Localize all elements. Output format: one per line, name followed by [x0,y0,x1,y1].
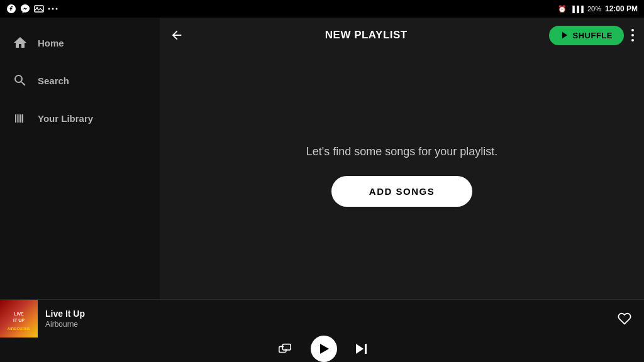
main-content: Let's find some songs for your playlist.… [160,53,644,299]
album-art-image: LIVE IT UP AIRBOURNE [0,300,38,337]
skip-next-button[interactable] [356,344,367,354]
empty-state-text: Let's find some songs for your playlist. [306,145,498,158]
time-display: 12:00 PM [605,4,638,13]
svg-text:IT UP: IT UP [13,318,25,322]
sidebar-search-label: Search [38,75,69,86]
add-songs-button[interactable]: ADD SONGS [331,176,472,207]
status-bar-left [6,4,58,14]
sidebar-item-search[interactable]: Search [0,62,160,99]
device-connect-button[interactable] [278,342,292,356]
heart-button[interactable] [611,312,638,326]
status-bar: ⏰ ▐▐▐ 20% 12:00 PM [0,0,644,18]
play-button[interactable] [311,336,337,362]
svg-text:LIVE: LIVE [14,312,24,316]
playlist-title: NEW PLAYLIST [325,29,408,41]
messenger-icon [20,4,30,14]
sidebar-item-library[interactable]: Your Library [0,99,160,137]
gallery-icon [34,4,44,14]
play-icon [320,344,329,354]
back-button[interactable] [170,28,184,42]
search-icon [13,73,28,88]
header-controls: SHUFFLE [549,26,634,45]
svg-marker-5 [562,32,567,39]
svg-point-7 [631,34,634,36]
sidebar-home-label: Home [38,38,64,48]
track-name: Live It Up [45,309,604,319]
shuffle-button[interactable]: SHUFFLE [549,26,624,45]
svg-point-6 [631,29,634,31]
home-icon [13,35,28,50]
now-playing-track: LIVE IT UP AIRBOURNE Live It Up Airbourn… [0,300,644,337]
svg-point-4 [56,8,58,10]
sidebar-item-home[interactable]: Home [0,24,160,62]
skip-next-icon [356,344,367,354]
more-options-button[interactable] [631,29,634,41]
track-info: Live It Up Airbourne [38,309,611,329]
sidebar-library-label: Your Library [38,113,93,124]
alarm-icon: ⏰ [558,5,567,13]
svg-point-8 [631,39,634,41]
album-art: LIVE IT UP AIRBOURNE [0,300,38,337]
svg-point-3 [52,8,54,10]
svg-text:AIRBOURNE: AIRBOURNE [8,327,30,331]
status-bar-right: ⏰ ▐▐▐ 20% 12:00 PM [558,4,638,13]
library-icon [13,111,28,126]
track-artist: Airbourne [45,320,604,329]
playback-controls [0,337,644,362]
now-playing-bar: LIVE IT UP AIRBOURNE Live It Up Airbourn… [0,299,644,362]
svg-point-2 [48,8,50,10]
svg-rect-15 [284,346,289,349]
header-bar: NEW PLAYLIST SHUFFLE [160,18,644,53]
shuffle-label: SHUFFLE [573,31,613,40]
signal-icon: ▐▐▐ [570,6,584,13]
sidebar: Home Search Your Library [0,18,160,299]
facebook-icon [6,4,16,14]
more-dots-icon [48,4,58,14]
battery-text: 20% [587,5,601,13]
